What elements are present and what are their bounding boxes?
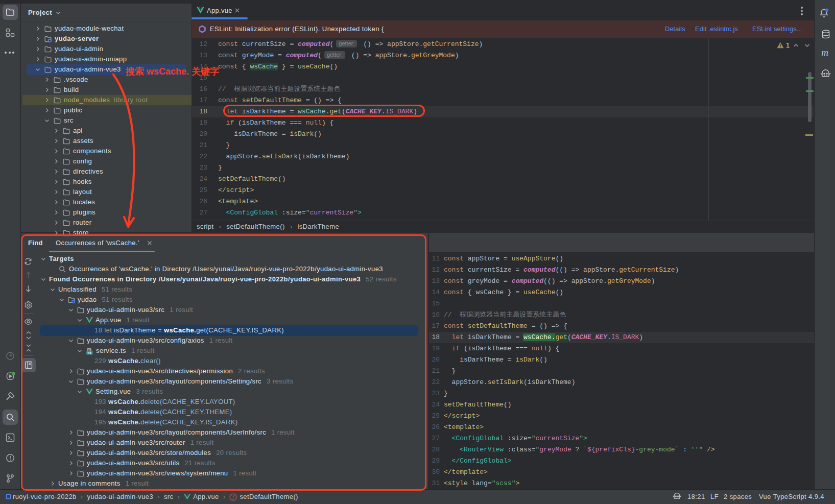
svg-text:f: f [233, 495, 235, 500]
